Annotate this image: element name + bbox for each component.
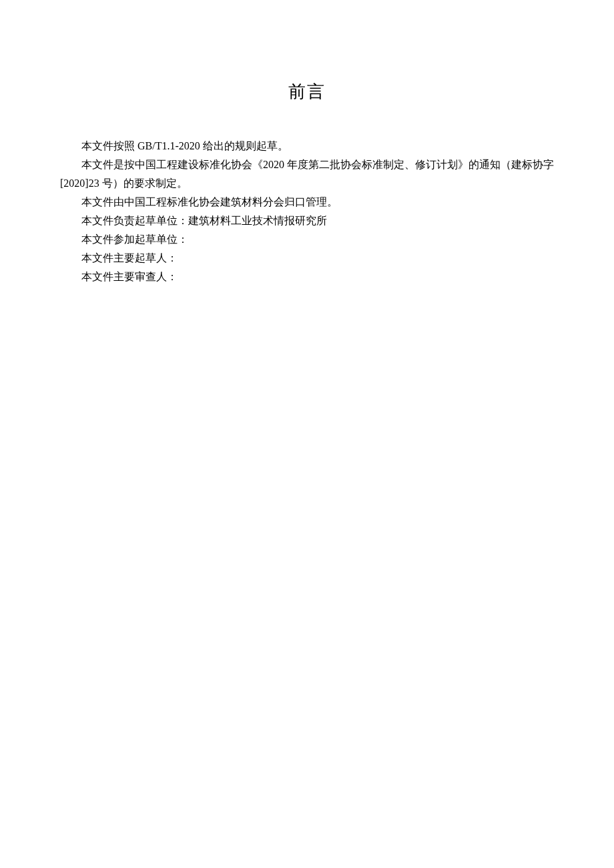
paragraph-5: 本文件参加起草单位： [60, 230, 554, 249]
paragraph-2-line-1: 本文件是按中国工程建设标准化协会《2020 年度第二批协会标准制定、修订计划》的… [60, 155, 554, 174]
paragraph-6: 本文件主要起草人： [60, 249, 554, 268]
paragraph-1: 本文件按照 GB/T1.1-2020 给出的规则起草。 [60, 137, 554, 155]
paragraph-3: 本文件由中国工程标准化协会建筑材料分会归口管理。 [60, 193, 554, 211]
foreword-title: 前言 [60, 80, 554, 103]
paragraph-4: 本文件负责起草单位：建筑材料工业技术情报研究所 [60, 211, 554, 230]
paragraph-7: 本文件主要审查人： [60, 268, 554, 286]
paragraph-2-line-2: [2020]23 号）的要求制定。 [60, 174, 554, 193]
